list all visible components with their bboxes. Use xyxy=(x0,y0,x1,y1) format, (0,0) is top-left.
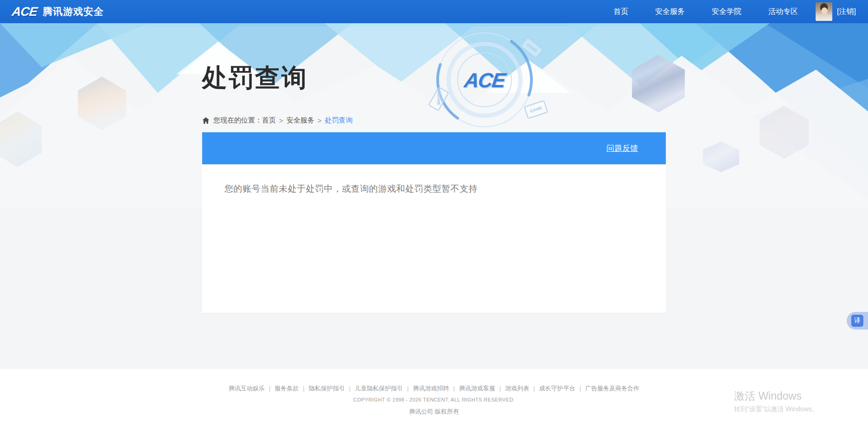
footer-link-ads[interactable]: 广告服务及商务合作 xyxy=(585,385,639,392)
translate-icon: 译 xyxy=(851,315,863,327)
main-section: ACE GAME GAME GAME 处罚查询 您现在的位置： 首页 > xyxy=(0,23,868,369)
logout-link[interactable]: [注销] xyxy=(837,7,856,17)
company-text: 腾讯公司 版权所有 xyxy=(0,408,868,416)
nav-item-activity-zone[interactable]: 活动专区 xyxy=(768,7,798,17)
breadcrumb-current[interactable]: 处罚查询 xyxy=(325,116,353,125)
footer-link-tencent-games[interactable]: 腾讯互动娱乐 xyxy=(229,385,265,392)
breadcrumb-security-services[interactable]: 安全服务 xyxy=(287,116,314,125)
emblem-ace-logo: ACE xyxy=(432,69,537,92)
breadcrumb: 您现在的位置： 首页 > 安全服务 > 处罚查询 xyxy=(202,116,353,125)
game-chip-label: GAME xyxy=(530,105,543,114)
footer-link-privacy[interactable]: 隐私保护指引 xyxy=(309,385,345,392)
hexagon-character-right xyxy=(632,55,685,112)
breadcrumb-home[interactable]: 首页 xyxy=(262,116,276,125)
nav-item-security-services[interactable]: 安全服务 xyxy=(655,7,685,17)
card-body: 您的账号当前未处于处罚中，或查询的游戏和处罚类型暂不支持 xyxy=(202,164,666,313)
brand-title: 腾讯游戏安全 xyxy=(43,5,104,18)
card-header: 问题反馈 xyxy=(202,132,666,164)
footer-separator: | xyxy=(303,385,304,392)
breadcrumb-separator: > xyxy=(279,117,283,124)
nav-item-security-academy[interactable]: 安全学院 xyxy=(712,7,741,17)
translate-button[interactable]: 译 xyxy=(847,312,868,330)
page: ACE 腾讯游戏安全 首页 安全服务 安全学院 活动专区 [注销] xyxy=(0,0,868,434)
brand-logo[interactable]: ACE 腾讯游戏安全 xyxy=(12,5,104,19)
footer-link-game-list[interactable]: 游戏列表 xyxy=(505,385,529,392)
footer-link-support[interactable]: 腾讯游戏客服 xyxy=(459,385,495,392)
footer-separator: | xyxy=(349,385,351,392)
footer-links: 腾讯互动娱乐|服务条款|隐私保护指引|儿童隐私保护指引|腾讯游戏招聘|腾讯游戏客… xyxy=(0,369,868,393)
footer-link-guardian[interactable]: 成长守护平台 xyxy=(539,385,575,392)
user-avatar[interactable] xyxy=(816,2,832,21)
footer-separator: | xyxy=(499,385,501,392)
feedback-link[interactable]: 问题反馈 xyxy=(606,143,638,154)
hexagon-character-left-bottom xyxy=(0,111,42,167)
game-chip-label: GAME xyxy=(525,42,538,54)
footer-separator: | xyxy=(269,385,270,392)
footer-link-recruit[interactable]: 腾讯游戏招聘 xyxy=(413,385,449,392)
game-chip-label: GAME xyxy=(436,93,441,105)
nav-menu: 首页 安全服务 安全学院 活动专区 [注销] xyxy=(587,2,856,21)
top-navbar: ACE 腾讯游戏安全 首页 安全服务 安全学院 活动专区 [注销] xyxy=(0,0,868,23)
copyright-text: COPYRIGHT © 1998 - 2026 TENCENT. ALL RIG… xyxy=(0,397,868,402)
footer-link-terms[interactable]: 服务条款 xyxy=(274,385,299,392)
footer-separator: | xyxy=(533,385,535,392)
nav-item-home[interactable]: 首页 xyxy=(613,7,628,17)
ace-emblem: ACE GAME GAME GAME xyxy=(434,29,536,131)
footer-separator: | xyxy=(580,385,581,392)
hexagon-character-small xyxy=(703,142,739,172)
footer: 腾讯互动娱乐|服务条款|隐私保护指引|儿童隐私保护指引|腾讯游戏招聘|腾讯游戏客… xyxy=(0,369,868,434)
query-result-card: 问题反馈 您的账号当前未处于处罚中，或查询的游戏和处罚类型暂不支持 xyxy=(202,132,666,313)
home-icon xyxy=(202,117,210,124)
nav-user-area: [注销] xyxy=(816,2,856,21)
ace-logo-icon: ACE xyxy=(11,5,38,19)
footer-separator: | xyxy=(453,385,455,392)
breadcrumb-separator: > xyxy=(318,117,322,124)
footer-separator: | xyxy=(407,385,408,392)
page-title: 处罚查询 xyxy=(202,61,308,95)
hexagon-character-left-top xyxy=(78,77,126,130)
result-message: 您的账号当前未处于处罚中，或查询的游戏和处罚类型暂不支持 xyxy=(224,183,666,195)
footer-link-children-privacy[interactable]: 儿童隐私保护指引 xyxy=(355,385,403,392)
hexagon-character-right-faint xyxy=(760,106,809,159)
breadcrumb-prefix: 您现在的位置： xyxy=(213,116,262,125)
